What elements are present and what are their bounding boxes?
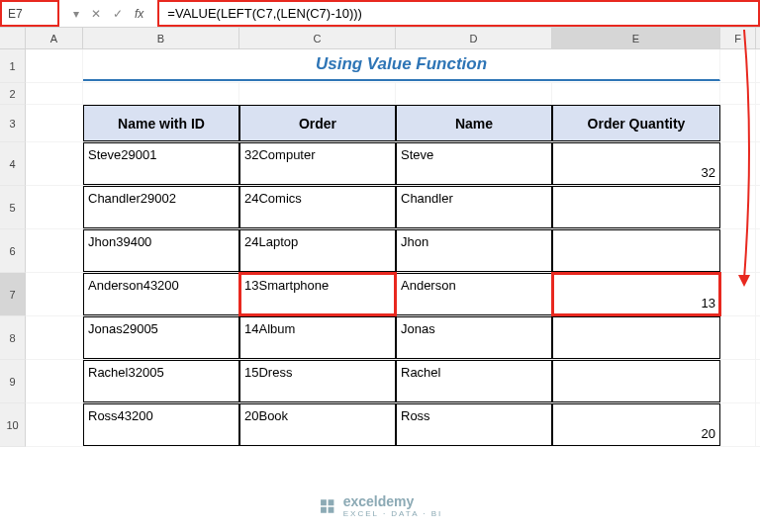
col-header-B[interactable]: B xyxy=(83,28,239,48)
cell-D4[interactable]: Steve xyxy=(396,142,552,185)
cell-B4[interactable]: Steve29001 xyxy=(83,142,239,185)
cell-C5[interactable]: 24Comics xyxy=(239,186,396,228)
formula-input[interactable]: =VALUE(LEFT(C7,(LEN(C7)-10))) xyxy=(157,0,760,27)
cell-D10[interactable]: Ross xyxy=(396,403,552,446)
cell-F9[interactable] xyxy=(720,360,756,402)
cell-C6[interactable]: 24Laptop xyxy=(239,229,396,272)
row-headers: 1 2 3 4 5 6 7 8 9 10 xyxy=(0,28,26,532)
cell-A5[interactable] xyxy=(26,186,83,228)
cell-D5[interactable]: Chandler xyxy=(396,186,552,228)
select-all-corner[interactable] xyxy=(0,28,26,49)
cell-A1[interactable] xyxy=(26,49,83,82)
grid-body: Using Value Function Name with ID Order … xyxy=(26,49,760,447)
cell-F6[interactable] xyxy=(720,229,756,272)
cell-E8[interactable] xyxy=(552,316,720,359)
cell-E9[interactable] xyxy=(552,360,720,402)
cell-B7[interactable]: Anderson43200 xyxy=(83,273,239,315)
formula-bar: E7 ▾ ✕ ✓ fx =VALUE(LEFT(C7,(LEN(C7)-10))… xyxy=(0,0,760,28)
cell-F2[interactable] xyxy=(720,83,756,104)
cell-B6[interactable]: Jhon39400 xyxy=(83,229,239,272)
header-order-quantity[interactable]: Order Quantity xyxy=(552,105,720,141)
cell-B5[interactable]: Chandler29002 xyxy=(83,186,239,228)
formula-bar-buttons: ▾ ✕ ✓ fx xyxy=(59,0,157,27)
cell-A6[interactable] xyxy=(26,229,83,272)
cell-C9[interactable]: 15Dress xyxy=(239,360,396,402)
cancel-icon[interactable]: ✕ xyxy=(91,7,101,21)
cell-F8[interactable] xyxy=(720,316,756,359)
cell-B8[interactable]: Jonas29005 xyxy=(83,316,239,359)
cell-F7[interactable] xyxy=(720,273,756,315)
cell-E10[interactable]: 20 xyxy=(552,403,720,446)
row-header-1[interactable]: 1 xyxy=(0,49,26,83)
watermark-sub: EXCEL · DATA · BI xyxy=(343,509,443,518)
cell-E7-active[interactable]: 13 xyxy=(552,273,720,315)
worksheet: 1 2 3 4 5 6 7 8 9 10 A B C D E F Using V… xyxy=(0,28,760,532)
column-headers: A B C D E F xyxy=(26,28,760,49)
title-cell[interactable]: Using Value Function xyxy=(83,49,720,81)
cell-C4[interactable]: 32Computer xyxy=(239,142,396,185)
cell-C7[interactable]: 13Smartphone xyxy=(239,273,396,315)
cell-A10[interactable] xyxy=(26,403,83,446)
row-header-3[interactable]: 3 xyxy=(0,105,26,142)
header-name[interactable]: Name xyxy=(396,105,552,141)
row-header-8[interactable]: 8 xyxy=(0,316,26,360)
col-header-C[interactable]: C xyxy=(239,28,396,48)
name-box[interactable]: E7 xyxy=(0,0,59,27)
cell-D9[interactable]: Rachel xyxy=(396,360,552,402)
cell-C8[interactable]: 14Album xyxy=(239,316,396,359)
cell-A9[interactable] xyxy=(26,360,83,402)
col-header-A[interactable]: A xyxy=(26,28,83,48)
row-header-4[interactable]: 4 xyxy=(0,142,26,186)
enter-icon[interactable]: ✓ xyxy=(113,7,123,21)
cell-B2[interactable] xyxy=(83,83,239,104)
cell-F5[interactable] xyxy=(720,186,756,228)
cell-F10[interactable] xyxy=(720,403,756,446)
cell-F3[interactable] xyxy=(720,105,756,141)
cell-A3[interactable] xyxy=(26,105,83,141)
row-header-10[interactable]: 10 xyxy=(0,403,26,447)
cell-A4[interactable] xyxy=(26,142,83,185)
cell-E4[interactable]: 32 xyxy=(552,142,720,185)
cell-C10[interactable]: 20Book xyxy=(239,403,396,446)
cell-D8[interactable]: Jonas xyxy=(396,316,552,359)
cell-D7[interactable]: Anderson xyxy=(396,273,552,315)
cell-D2[interactable] xyxy=(396,83,552,104)
cell-E6[interactable] xyxy=(552,229,720,272)
cell-C2[interactable] xyxy=(239,83,396,104)
cell-B9[interactable]: Rachel32005 xyxy=(83,360,239,402)
cell-F1[interactable] xyxy=(720,49,756,82)
row-header-2[interactable]: 2 xyxy=(0,83,26,105)
logo-icon xyxy=(318,496,337,516)
watermark: exceldemy EXCEL · DATA · BI xyxy=(318,493,443,518)
grid-area: A B C D E F Using Value Function xyxy=(26,28,760,532)
col-header-E[interactable]: E xyxy=(552,28,720,48)
row-header-7[interactable]: 7 xyxy=(0,273,26,316)
cell-F4[interactable] xyxy=(720,142,756,185)
dropdown-icon[interactable]: ▾ xyxy=(73,7,79,21)
header-order[interactable]: Order xyxy=(239,105,396,141)
cell-A7[interactable] xyxy=(26,273,83,315)
cell-E2[interactable] xyxy=(552,83,720,104)
row-header-9[interactable]: 9 xyxy=(0,360,26,403)
cell-D6[interactable]: Jhon xyxy=(396,229,552,272)
row-header-5[interactable]: 5 xyxy=(0,186,26,229)
col-header-F[interactable]: F xyxy=(720,28,756,48)
cell-A8[interactable] xyxy=(26,316,83,359)
watermark-brand: exceldemy xyxy=(343,493,415,509)
row-header-6[interactable]: 6 xyxy=(0,229,26,273)
header-name-with-id[interactable]: Name with ID xyxy=(83,105,239,141)
col-header-D[interactable]: D xyxy=(396,28,552,48)
cell-E5[interactable] xyxy=(552,186,720,228)
fx-icon[interactable]: fx xyxy=(135,7,143,21)
cell-A2[interactable] xyxy=(26,83,83,104)
cell-B10[interactable]: Ross43200 xyxy=(83,403,239,446)
